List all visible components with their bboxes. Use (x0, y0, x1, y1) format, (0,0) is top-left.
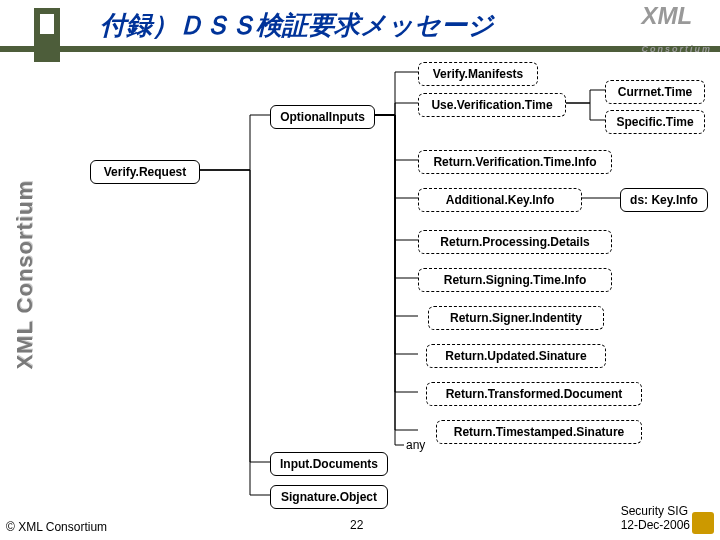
box-signature-object: Signature.Object (270, 485, 388, 509)
box-current-time: Currnet.Time (605, 80, 705, 104)
title-underline (0, 46, 720, 52)
box-return-transformed-document: Return.Transformed.Document (426, 382, 642, 406)
footer-right: Security SIG 12-Dec-2006 (621, 504, 690, 532)
label-any: any (406, 438, 425, 452)
page-title: 付録）ＤＳＳ検証要求メッセージ (100, 8, 494, 43)
box-ds-key-info: ds: Key.Info (620, 188, 708, 212)
box-verify-request: Verify.Request (90, 160, 200, 184)
box-verify-manifests: Verify.Manifests (418, 62, 538, 86)
footer-right-line2: 12-Dec-2006 (621, 518, 690, 532)
box-specific-time: Specific.Time (605, 110, 705, 134)
footer-right-line1: Security SIG (621, 504, 690, 518)
title-decor-inner (40, 14, 54, 34)
logo-sub: Consortium (642, 44, 713, 54)
box-return-timestamped-signature: Return.Timestamped.Sinature (436, 420, 642, 444)
box-return-signer-identity: Return.Signer.Indentity (428, 306, 604, 330)
key-icon (692, 512, 714, 534)
footer-copyright: © XML Consortium (6, 520, 107, 534)
box-return-updated-signature: Return.Updated.Sinature (426, 344, 606, 368)
logo-text: XML (642, 2, 693, 29)
sidebar-label: XML Consortium (12, 180, 38, 370)
box-optional-inputs: OptionalInputs (270, 105, 375, 129)
page-number: 22 (350, 518, 363, 532)
logo: XML Consortium (642, 2, 713, 58)
box-input-documents: Input.Documents (270, 452, 388, 476)
box-return-verification-time-info: Return.Verification.Time.Info (418, 150, 612, 174)
box-return-signing-time-info: Return.Signing.Time.Info (418, 268, 612, 292)
box-additional-key-info: Additional.Key.Info (418, 188, 582, 212)
box-return-processing-details: Return.Processing.Details (418, 230, 612, 254)
box-use-verification-time: Use.Verification.Time (418, 93, 566, 117)
